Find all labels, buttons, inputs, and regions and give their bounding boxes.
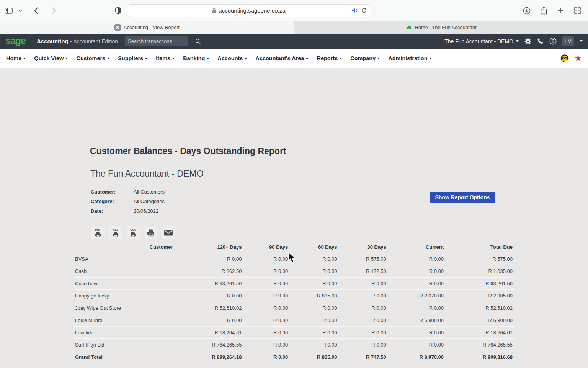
meta-value: 30/06/2022 <box>134 208 158 214</box>
sage-leaf-favicon <box>406 25 412 30</box>
chevron-down-icon <box>172 58 175 59</box>
reload-icon[interactable] <box>361 8 367 13</box>
tab-overview-icon[interactable] <box>572 5 583 16</box>
days30-cell: R 0.00 <box>339 302 388 314</box>
nav-menu-item[interactable]: Company <box>350 55 380 61</box>
current-cell: R 0.00 <box>389 253 446 265</box>
transaction-search[interactable] <box>125 36 188 46</box>
column-header[interactable]: 30 Days <box>339 242 388 253</box>
tab-accounting-view-report[interactable]: S Accounting - View Report <box>0 21 294 34</box>
export-csv-button[interactable]: CSV <box>127 226 140 239</box>
meta-row: Customer: All Customers <box>91 187 165 197</box>
xls-export-icon <box>112 232 119 237</box>
meta-row: Category: All Categories <box>91 197 165 206</box>
chevron-down-icon <box>430 58 432 59</box>
phone-icon[interactable] <box>537 38 544 44</box>
company-switcher[interactable]: The Fun Accountant - DEMO <box>444 38 519 44</box>
days60-cell: R 0.00 <box>290 253 339 265</box>
share-icon[interactable] <box>538 5 549 16</box>
tab-home-fun-accountant[interactable]: Home | The Fun Accountant <box>294 21 588 34</box>
chevron-down-icon <box>306 58 308 59</box>
table-row[interactable]: Cutie boys R 63,261.50 R 0.00 R 0.00 R 0… <box>74 278 515 290</box>
chevron-down-icon <box>207 58 209 59</box>
column-header[interactable]: 60 Days <box>290 242 339 253</box>
settings-gear-icon[interactable] <box>524 38 531 45</box>
print-button[interactable] <box>144 226 157 239</box>
favorites-star-icon[interactable]: ★ <box>574 54 582 62</box>
support-assistant-icon[interactable] <box>560 53 570 63</box>
days90-cell: R 0.00 <box>244 278 290 290</box>
current-cell: R 0.00 <box>389 302 446 314</box>
nav-menu-item[interactable]: Accounts <box>217 55 247 61</box>
table-row[interactable]: Louis Munro R 0.00 R 0.00 R 0.00 R 0.00 … <box>74 314 515 327</box>
export-pdf-button[interactable]: PDF <box>91 226 105 239</box>
table-row[interactable]: Cash R 862.50 R 0.00 R 0.00 R 172.50 R 0… <box>74 265 515 278</box>
export-xls-button[interactable]: XLS <box>109 226 122 239</box>
chevron-down-icon <box>107 58 109 59</box>
product-name: Accounting <box>37 38 69 44</box>
days60-cell: R 0.00 <box>290 327 339 339</box>
back-icon[interactable] <box>31 5 41 16</box>
current-cell: R 0.00 <box>389 265 446 278</box>
sidebar-toggle-icon[interactable] <box>3 5 14 16</box>
nav-menu-item[interactable]: Suppliers <box>118 55 147 61</box>
user-menu-chevron-icon[interactable] <box>580 40 583 42</box>
printer-icon <box>147 229 155 237</box>
sidebar-chevron-icon[interactable] <box>18 5 23 16</box>
company-name: The Fun Accountant - DEMO <box>444 38 513 44</box>
column-header[interactable]: Current <box>389 242 446 253</box>
downloads-icon[interactable] <box>521 5 532 16</box>
nav-menu-item[interactable]: Customers <box>76 55 109 61</box>
total-due-cell: R 764,265.55 <box>446 339 515 351</box>
forward-icon[interactable] <box>48 5 59 16</box>
nav-menu-item[interactable]: Home <box>6 55 26 61</box>
table-row[interactable]: Happy go lucky R 0.00 R 0.00 R 835.00 R … <box>74 290 515 302</box>
customer-cell: Cutie boys <box>74 278 175 290</box>
user-avatar[interactable]: LM <box>562 36 574 46</box>
nav-menu-item[interactable]: Administration <box>388 55 431 61</box>
nav-menu-item[interactable]: Banking <box>183 55 209 61</box>
meta-value: All Categories <box>134 199 165 204</box>
days60-cell: R 0.00 <box>290 339 339 351</box>
days90-cell: R 0.00 <box>244 265 290 278</box>
table-row[interactable]: Low tide R 18,264.61 R 0.00 R 0.00 R 0.0… <box>74 327 515 339</box>
nav-menu-item[interactable]: Reports <box>317 55 342 61</box>
mouse-cursor <box>287 252 297 263</box>
days60-cell: R 0.00 <box>290 265 339 278</box>
nav-items: Home Quick View Customers Suppliers Item… <box>6 55 432 61</box>
nav-menu-item[interactable]: Items <box>156 55 175 61</box>
email-button[interactable] <box>162 226 175 239</box>
days30-cell: R 0.00 <box>339 290 388 302</box>
chevron-down-icon <box>340 58 342 59</box>
page-title: Customer Balances - Days Outstanding Rep… <box>90 146 286 156</box>
table-row[interactable]: Jbay Wipe Out Store R 52,610.02 R 0.00 R… <box>74 302 515 314</box>
audio-playing-icon[interactable] <box>352 8 358 13</box>
table-row[interactable]: Surf (Pty) Ltd R 764,265.55 R 0.00 R 0.0… <box>74 339 515 351</box>
search-input[interactable] <box>128 38 195 44</box>
report-page: Customer Balances - Days Outstanding Rep… <box>0 68 588 368</box>
new-tab-icon[interactable] <box>555 5 566 16</box>
help-icon[interactable]: ? <box>549 38 557 45</box>
total-due-cell: R 6,900.00 <box>446 314 515 327</box>
envelope-icon <box>164 230 173 236</box>
nav-menu-item[interactable]: Accountant's Area <box>255 55 308 61</box>
table-body: BVSA R 0.00 R 0.00 R 0.00 R 575.00 R 0.0… <box>74 253 515 351</box>
column-header[interactable]: Customer <box>74 242 175 253</box>
days120-cell: R 862.50 <box>175 265 244 278</box>
days90-cell: R 0.00 <box>244 302 290 314</box>
privacy-shield-icon[interactable] <box>115 7 121 15</box>
tab-bar: S Accounting - View Report Home | The Fu… <box>0 21 588 34</box>
customer-cell: Happy go lucky <box>74 290 175 302</box>
column-header[interactable]: 90 Days <box>244 242 290 253</box>
nav-menu-item[interactable]: Quick View <box>34 55 68 61</box>
url-text: accounting.sageone.co.za <box>219 7 285 14</box>
address-bar[interactable]: accounting.sageone.co.za <box>127 4 371 17</box>
show-report-options-button[interactable]: Show Report Options <box>430 192 495 203</box>
column-header[interactable]: Total Due <box>446 242 515 253</box>
days60-cell: R 835.00 <box>290 290 339 302</box>
column-header[interactable]: 120+ Days <box>175 242 244 253</box>
meta-label: Date: <box>91 208 134 214</box>
days90-cell: R 0.00 <box>244 314 290 327</box>
search-icon[interactable] <box>195 39 201 44</box>
days60-cell: R 0.00 <box>290 314 339 327</box>
